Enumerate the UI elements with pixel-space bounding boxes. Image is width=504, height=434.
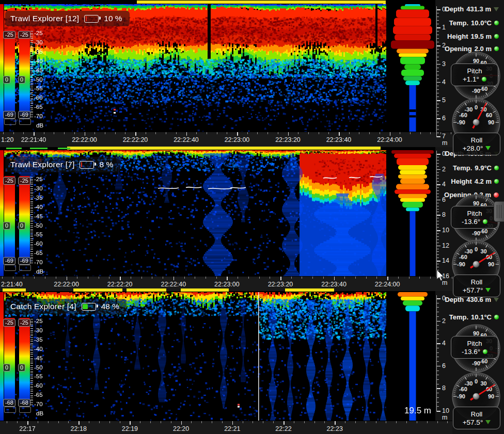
pitch-readout[interactable]: Pitch -13.6° xyxy=(451,336,498,359)
time-tick xyxy=(48,421,49,423)
depth-tick xyxy=(437,303,439,303)
event-marker-tick xyxy=(383,1,386,4)
sensor-temperature[interactable]: Temp. 10.0°C xyxy=(449,19,499,27)
depth-tick-major xyxy=(437,366,440,367)
depth-tick xyxy=(437,239,439,240)
time-tick xyxy=(206,277,206,279)
time-tick-major xyxy=(288,132,289,136)
roll-readout[interactable]: Roll +57.7° xyxy=(453,275,500,297)
time-tick xyxy=(263,421,263,423)
event-marker-green xyxy=(30,148,48,149)
time-label: 22:20 xyxy=(173,425,189,432)
db-scale-label: -50 xyxy=(34,76,43,83)
gauge-value: +1.1° xyxy=(463,75,479,83)
time-tick xyxy=(89,421,89,423)
gain-value-label: -69 xyxy=(18,111,30,119)
time-tick xyxy=(386,421,386,423)
time-tick xyxy=(166,132,166,134)
sensor-label: Height xyxy=(451,178,471,185)
db-scale-label: -30 xyxy=(34,327,43,333)
time-tick xyxy=(267,132,268,134)
gain-color-bar[interactable] xyxy=(19,176,30,261)
time-tick xyxy=(302,277,302,279)
time-tick xyxy=(23,132,24,134)
depth-tick xyxy=(437,181,439,182)
depth-tick xyxy=(437,187,439,188)
time-tick xyxy=(217,132,217,134)
time-tick xyxy=(131,277,131,279)
roll-dial-label: 60 xyxy=(486,112,492,118)
depth-scale-label: 2 xyxy=(442,166,446,173)
time-tick xyxy=(120,421,120,423)
panel-header: Catch Explorer [4] 48 % xyxy=(5,299,127,314)
depth-tick xyxy=(437,267,439,267)
roll-readout[interactable]: Roll +57.5° xyxy=(453,407,500,429)
depth-ruler: 0246810m xyxy=(435,292,452,426)
battery-nub xyxy=(97,304,98,308)
pitch-readout[interactable]: Pitch +1.1° xyxy=(451,63,498,86)
time-tick xyxy=(105,132,105,134)
db-scale-label: -65 xyxy=(34,104,43,110)
trawl-monitor-app: Trawl Explorer [12] 10 % -250-69-250-69-… xyxy=(0,0,504,434)
time-tick xyxy=(38,421,38,423)
gain-value-label: -69 xyxy=(3,257,15,265)
db-scale-label: -70 xyxy=(34,401,43,407)
cross-section-profile[interactable] xyxy=(390,292,435,421)
gauge-hub xyxy=(473,261,480,268)
time-tick-major xyxy=(280,277,281,280)
time-tick xyxy=(56,277,56,279)
pitch-readout[interactable]: Pitch -13.6° xyxy=(451,206,498,229)
time-tick-major xyxy=(335,421,336,425)
gain-color-bar[interactable] xyxy=(4,30,15,115)
sensor-depth[interactable]: Depth 431.3 m xyxy=(445,5,499,13)
gain-color-bar[interactable] xyxy=(4,318,15,403)
time-tick xyxy=(146,132,146,134)
gain-color-bar[interactable] xyxy=(19,30,30,115)
time-tick xyxy=(243,421,243,423)
sensor-height[interactable]: Height 4.2 m xyxy=(451,178,499,185)
depth-tick-major xyxy=(437,45,440,46)
roll-dial-label: 90 xyxy=(488,393,494,399)
db-scale-label: -25 xyxy=(34,318,43,324)
time-tick xyxy=(155,132,156,134)
depth-tick xyxy=(437,379,439,380)
sensor-value: 19.5 m xyxy=(471,33,492,40)
time-label: 1:20 xyxy=(1,136,13,143)
time-tick xyxy=(161,421,161,423)
depth-tick xyxy=(437,357,439,357)
cross-section-profile[interactable] xyxy=(390,4,435,132)
depth-ruler: 0246810121416m xyxy=(435,150,452,287)
sensor-temperature[interactable]: Temp. 9.9°C xyxy=(453,164,499,172)
time-tick xyxy=(396,421,397,423)
gauge-name: Roll xyxy=(471,410,482,418)
db-scale-label: -50 xyxy=(34,364,43,371)
time-tick xyxy=(278,132,278,134)
cross-section-profile[interactable] xyxy=(390,150,435,276)
time-label: 22:23 xyxy=(327,425,343,432)
event-marker-bar xyxy=(3,288,26,292)
time-tick xyxy=(420,132,421,134)
depth-tick xyxy=(437,330,439,330)
time-tick xyxy=(140,421,140,423)
pitch-dial-label: -60 xyxy=(480,86,488,92)
status-triangle-icon xyxy=(485,146,491,150)
sensor-value: 10.0°C xyxy=(471,19,492,27)
db-scale-label: -65 xyxy=(34,392,43,398)
depth-tick xyxy=(437,125,439,126)
gain-color-bar[interactable] xyxy=(19,318,30,403)
sensor-height[interactable]: Height 19.5 m xyxy=(447,33,499,40)
depth-tick xyxy=(437,107,439,108)
roll-readout[interactable]: Roll +28.0° xyxy=(453,133,500,155)
time-tick-major xyxy=(67,277,68,280)
time-tick xyxy=(291,277,292,279)
time-tick xyxy=(64,132,65,134)
db-scale-label: -60 xyxy=(34,94,43,101)
depth-tick xyxy=(437,157,439,157)
depth-tick xyxy=(437,160,439,160)
time-tick-major xyxy=(120,277,121,280)
sensor-temperature[interactable]: Temp. 10.1°C xyxy=(449,313,499,321)
slide-out-handle[interactable] xyxy=(494,201,504,222)
depth-scale-label: 0 xyxy=(442,6,446,13)
gain-color-bar[interactable] xyxy=(4,176,15,261)
time-label: 22:23:00 xyxy=(214,281,240,288)
